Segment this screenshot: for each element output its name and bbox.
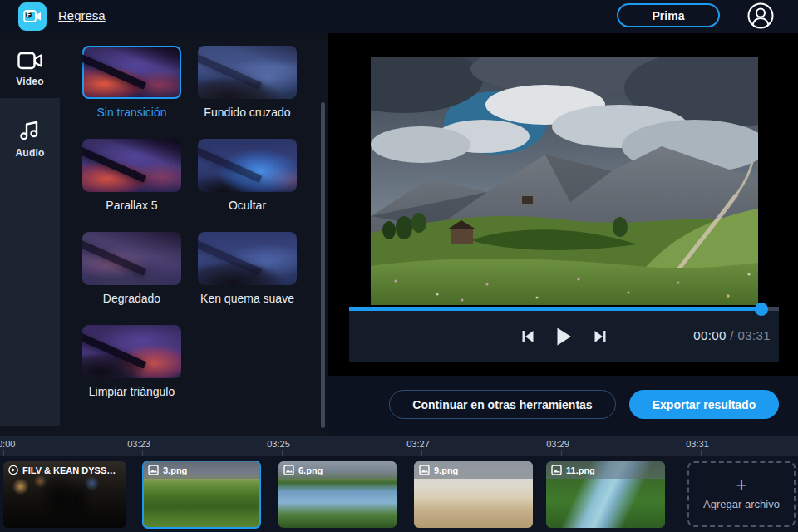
transition-label: Ocultar [198, 199, 297, 212]
transition-fundido-cruzado[interactable]: Fundido cruzado [198, 46, 297, 119]
clip-header: 3.png [143, 461, 260, 479]
previous-frame-button[interactable] [520, 328, 536, 345]
transition-label: Sin transición [82, 106, 181, 119]
add-file-button[interactable]: + Agregar archivo [687, 461, 796, 527]
plus-icon: + [736, 478, 747, 493]
image-icon [551, 465, 562, 475]
time-display: 00:00 / 03:31 [693, 328, 771, 342]
clip-header: 6.png [278, 461, 397, 479]
ruler-timestamp: 03:27 [406, 439, 430, 449]
sidebar-tab-video[interactable]: Video [0, 40, 60, 98]
transition-parallax-5[interactable]: Parallax 5 [82, 139, 181, 212]
next-frame-button[interactable] [592, 328, 608, 345]
transition-label: Parallax 5 [82, 199, 181, 212]
transition-label: Degradado [82, 292, 181, 305]
transition-thumbnail [82, 46, 181, 99]
timeline-ruler[interactable]: 0:00 03:23 03:25 03:27 03:29 03:31 [0, 436, 798, 456]
transition-thumbnail [82, 325, 181, 378]
clip-9-png[interactable]: 9.png [414, 461, 533, 528]
ruler-timestamp: 03:31 [686, 439, 709, 449]
back-link[interactable]: Regresa [58, 8, 106, 22]
clip-header: FILV & KEAN DYSSO - ... [3, 461, 126, 479]
clip-3-png[interactable]: 3.png [143, 461, 260, 528]
clip-name: 11.png [566, 466, 595, 475]
ruler-timestamp: 03:29 [546, 439, 569, 449]
image-icon [419, 465, 430, 475]
video-tab-label: Video [16, 76, 43, 87]
prima-plan-button[interactable]: Prima [617, 3, 720, 27]
sidebar-tab-audio[interactable]: Audio [0, 110, 60, 168]
mountain-landscape-frame [371, 57, 758, 305]
clip-header: 9.png [414, 461, 533, 479]
transition-thumbnail [198, 46, 297, 99]
panel-scrollbar-thumb[interactable] [321, 102, 325, 428]
play-circle-icon [8, 465, 18, 475]
music-note-icon [19, 120, 41, 141]
clip-6-png[interactable]: 6.png [278, 461, 397, 528]
play-button[interactable] [554, 326, 574, 347]
video-player: 00:00 / 03:31 [328, 33, 798, 376]
total-time: 03:31 [737, 328, 771, 342]
clip-11-png[interactable]: 11.png [546, 461, 665, 528]
add-file-label: Agregar archivo [703, 498, 780, 510]
clip-audio-track[interactable]: FILV & KEAN DYSSO - ... [3, 461, 126, 528]
app-root: F Regresa Prima Video [0, 0, 798, 532]
transitions-panel: Video Audio Sin transición Fundido cruza… [0, 33, 328, 436]
transition-thumbnail [198, 139, 297, 192]
continue-other-tools-button[interactable]: Continuar en otras herramientas [389, 390, 616, 419]
clip-name: FILV & KEAN DYSSO - ... [22, 466, 121, 475]
audio-tab-label: Audio [16, 147, 45, 159]
svg-text:F: F [27, 12, 31, 17]
current-time: 00:00 [693, 328, 727, 342]
ruler-timestamp: 0:00 [0, 439, 15, 449]
clip-name: 9.png [434, 466, 458, 475]
skip-forward-icon [594, 330, 607, 343]
transition-sin-transicion[interactable]: Sin transición [82, 46, 181, 119]
timeline-clips-track: FILV & KEAN DYSSO - ... 3.png 6.png [0, 456, 798, 532]
player-controls: 00:00 / 03:31 [349, 307, 779, 362]
skip-back-icon [521, 330, 534, 343]
clip-header: 11.png [546, 461, 665, 479]
transition-thumbnail [198, 232, 297, 285]
top-bar: F Regresa Prima [0, 0, 798, 33]
play-icon [556, 328, 572, 346]
image-icon [283, 465, 294, 475]
transition-ocultar[interactable]: Ocultar [198, 139, 297, 212]
clip-name: 6.png [298, 466, 323, 475]
ruler-timestamp: 03:23 [127, 439, 150, 449]
video-camera-icon [17, 52, 42, 70]
video-camera-logo-icon: F [23, 9, 42, 24]
time-separator: / [730, 328, 734, 342]
image-icon [148, 465, 159, 475]
person-circle-icon [746, 2, 775, 30]
transition-thumbnail [82, 139, 181, 192]
user-account-icon[interactable] [746, 2, 775, 30]
video-preview[interactable] [371, 57, 758, 305]
transition-degradado[interactable]: Degradado [82, 232, 181, 305]
transition-label: Ken quema suave [198, 292, 297, 305]
panel-scrollbar[interactable] [321, 33, 326, 436]
transition-limpiar-triangulo[interactable]: Limpiar triángulo [82, 325, 181, 398]
transition-ken-quema-suave[interactable]: Ken quema suave [198, 232, 297, 305]
ruler-timestamp: 03:25 [267, 439, 290, 449]
app-logo[interactable]: F [18, 2, 47, 31]
transition-label: Limpiar triángulo [82, 385, 181, 398]
transition-thumbnail [82, 232, 181, 285]
export-result-button[interactable]: Exportar resultado [629, 390, 779, 419]
transition-label: Fundido cruzado [198, 106, 297, 119]
clip-name: 3.png [163, 466, 187, 475]
